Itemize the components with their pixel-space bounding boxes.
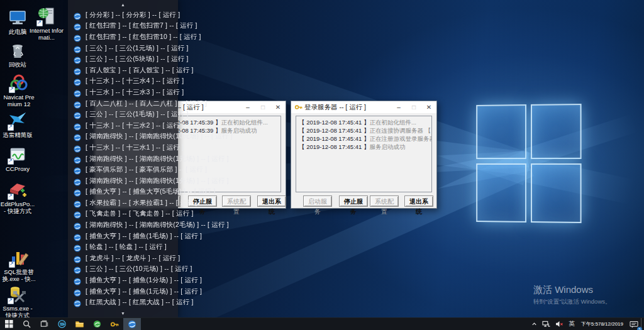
clock[interactable]: 下午5:57 8/12/2019 xyxy=(577,318,627,330)
watermark-title: 激活 Windows xyxy=(533,284,611,296)
start-service-button[interactable]: 启动服务 xyxy=(303,195,332,207)
desktop-icon-navicat[interactable]: Navicat Premium 12 xyxy=(1,73,36,107)
internet-explorer-icon[interactable] xyxy=(53,318,70,330)
jump-list-item[interactable]: [ 十三水 ] -- [ 十三水3 ] -- [ 运行 ] xyxy=(68,87,178,98)
system-config-button[interactable]: 系统配置 xyxy=(222,195,251,207)
game-app-icon xyxy=(74,77,81,85)
scroll-down-icon[interactable]: ▼ xyxy=(68,311,178,316)
jump-list-item[interactable]: [ 豪车俱乐部 ] -- [ 豪车俱乐部 ] -- [ 运行 ] xyxy=(68,164,178,175)
game-app-icon xyxy=(74,166,81,173)
shortcut-arrow-icon xyxy=(36,20,43,26)
clock-date: 8/12/2019 xyxy=(601,321,623,327)
game-app-icon xyxy=(74,277,81,284)
tray-chevron-icon[interactable] xyxy=(529,318,540,330)
coordinator-server-app-icon[interactable] xyxy=(88,318,106,330)
clock-time: 下午5:57 xyxy=(581,321,601,327)
jump-list-item[interactable]: [ 湖南跑得快 ] -- [ 湖南跑得快(1分场) ] -- [ 运行 ] xyxy=(68,175,178,187)
game-app-icon xyxy=(74,255,81,262)
game-app-icon xyxy=(74,122,81,129)
maximize-button[interactable]: □ xyxy=(255,101,270,113)
key-icon xyxy=(294,103,303,111)
window2-title: 登录服务器 -- [ 运行 ] xyxy=(304,103,366,112)
taskbar: 英 下午5:57 8/12/2019 5 xyxy=(0,317,644,330)
recycle-bin-icon xyxy=(8,40,28,60)
sql-batch-replace-icon xyxy=(9,248,29,268)
game-app-icon xyxy=(74,111,81,118)
stop-service-button[interactable]: 停止服务 xyxy=(339,195,368,207)
network-icon[interactable] xyxy=(540,318,553,330)
search-icon[interactable] xyxy=(18,318,35,330)
desktop-icon-ssms[interactable]: Ssms.exe - 快捷方式 xyxy=(0,284,35,319)
jump-list-item[interactable]: [ 百人骰宝 ] -- [ 百人骰宝 ] -- [ 运行 ] xyxy=(68,65,178,76)
log-line: 【 2019-12-08 17:45:41 】正在初始化组件... xyxy=(299,118,429,126)
jump-list-item[interactable]: [ 捕鱼大亨 ] -- [ 捕鱼(1毛场) ] -- [ 运行 ] xyxy=(68,231,178,242)
desktop: 激活 Windows 转到“设置”以激活 Windows。 此电脑 Intern… xyxy=(0,0,644,330)
taskbar-jump-list: ▲ [ 分分彩 ] -- [ 分分彩 ] -- [ 运行 ] [ 红包扫雷 ] … xyxy=(68,0,178,317)
jump-list-item[interactable]: [ 三公 ] -- [ 三公(5块场) ] -- [ 运行 ] xyxy=(68,53,178,65)
log-line: 【 2019-12-08 17:45:41 】正在注册游戏登录服务器... xyxy=(299,135,429,143)
start-button[interactable] xyxy=(0,318,18,330)
shortcut-arrow-icon xyxy=(9,261,15,268)
navicat-icon xyxy=(9,73,29,93)
jump-list-item[interactable]: [ 红包扫雷 ] -- [ 红包扫雷7 ] -- [ 运行 ] xyxy=(68,21,178,32)
game-app-icon xyxy=(74,243,81,251)
jump-list-item[interactable]: [ 飞禽走兽 ] -- [ 飞禽走兽 ] -- [ 运行 ] xyxy=(68,209,178,220)
thunder-icon xyxy=(8,111,28,131)
desktop-icon-editplus[interactable]: EditPlusPo... - 快捷方式 xyxy=(0,180,35,214)
minimize-button[interactable]: – xyxy=(391,101,406,113)
system-config-button[interactable]: 系统配置 xyxy=(370,195,399,207)
jump-list-item[interactable]: [ 十三水 ] -- [ 十三水2 ] -- [ 运行 ] xyxy=(68,120,178,131)
jump-list-item[interactable]: [ 龙虎斗 ] -- [ 龙虎斗 ] -- [ 运行 ] xyxy=(68,253,178,264)
jump-list-item[interactable]: [ 红包扫雷 ] -- [ 红包扫雷10 ] -- [ 运行 ] xyxy=(68,31,178,43)
jump-list-item[interactable]: [ 湖南跑得快 ] -- [ 湖南跑得快(2毛场) ] -- [ 运行 ] xyxy=(68,219,178,231)
jump-list-item[interactable]: [ 湖南跑得快 ] -- [ 湖南跑得快(10元场) ] -- [ 运行 ] xyxy=(68,131,178,143)
jump-list-item[interactable]: [ 分分彩 ] -- [ 分分彩 ] -- [ 运行 ] xyxy=(68,9,178,21)
jump-list-item[interactable]: [ 十三水 ] -- [ 十三水1 ] -- [ 运行 ] xyxy=(68,142,178,153)
close-button[interactable]: ✕ xyxy=(421,101,436,113)
login-server-app-icon[interactable] xyxy=(106,318,123,330)
game-app-icon xyxy=(74,55,81,63)
window2-titlebar[interactable]: 登录服务器 -- [ 运行 ] – □ ✕ xyxy=(291,101,436,113)
game-app-icon xyxy=(74,33,81,41)
file-explorer-icon[interactable] xyxy=(70,318,88,330)
exit-system-button[interactable]: 退出系统 xyxy=(257,195,286,207)
jump-list-item[interactable]: [ 三公 ] -- [ 三公(1元场) ] -- [ 运行 ] xyxy=(68,43,178,54)
volume-muted-icon[interactable] xyxy=(553,318,566,330)
jump-list-item[interactable]: [ 湖南跑得快 ] -- [ 湖南跑得快(1元场) ] -- [ 运行 ] xyxy=(68,153,178,165)
shortcut-arrow-icon xyxy=(8,124,14,131)
game-app-icon xyxy=(74,67,81,74)
jump-list-item[interactable]: [ 三公 ] -- [ 三公(1毛场) ] -- [ 运行 ] xyxy=(68,109,178,120)
desktop-icon-sql-batch-replace[interactable]: SQL批量替换.exe - 快... xyxy=(1,248,36,282)
exit-system-button[interactable]: 退出系统 xyxy=(404,195,433,207)
game-app-icon xyxy=(74,89,81,96)
minimize-button[interactable]: – xyxy=(240,101,255,113)
jump-list-item[interactable]: [ 十三水 ] -- [ 十三水4 ] -- [ 运行 ] xyxy=(68,76,178,87)
jump-list-item[interactable]: [ 捕鱼大亨 ] -- [ 捕鱼(1元场) ] -- [ 运行 ] xyxy=(68,286,178,297)
jump-list-item[interactable]: [ 三公 ] -- [ 三公(10元场) ] -- [ 运行 ] xyxy=(68,264,178,275)
jump-list-item[interactable]: [ 捕鱼大亨 ] -- [ 捕鱼大亨(5毛场) ] -- [ 运行 ] xyxy=(68,187,178,198)
ccproxy-icon xyxy=(8,145,28,165)
desktop-icon-recycle-bin[interactable]: 回收站 xyxy=(0,40,35,69)
close-button[interactable]: ✕ xyxy=(270,101,286,113)
ssms-icon xyxy=(8,284,28,304)
task-view-icon[interactable] xyxy=(35,318,53,330)
desktop-icon-thunder[interactable]: 迅雷精简版 xyxy=(0,111,35,139)
game-app-icon xyxy=(74,177,81,185)
jump-list-item[interactable]: [ 红黑大战 ] -- [ 红黑大战 ] -- [ 运行 ] xyxy=(68,297,178,308)
desktop-icon-ccproxy[interactable]: CCProxy xyxy=(0,145,35,173)
jump-list-item[interactable]: [ 水果拉霸 ] -- [ 水果拉霸1 ] -- [ 运行 ] xyxy=(68,197,178,209)
jump-list-item[interactable]: [ 百人二八杠 ] -- [ 百人二八杠 ] -- [ 运行 ] xyxy=(68,98,178,109)
game-app-icon xyxy=(74,11,81,19)
jump-list-item[interactable]: [ 轮盘 ] -- [ 轮盘 ] -- [ 运行 ] xyxy=(68,241,178,253)
ime-indicator[interactable]: 英 xyxy=(566,318,577,330)
game-launcher-app-icon[interactable] xyxy=(123,318,141,330)
action-center-icon[interactable]: 5 xyxy=(627,318,641,330)
jump-list-item[interactable]: [ 捕鱼大亨 ] -- [ 捕鱼(1分场) ] -- [ 运行 ] xyxy=(68,275,178,286)
maximize-button[interactable]: □ xyxy=(406,101,421,113)
activation-watermark: 激活 Windows 转到“设置”以激活 Windows。 xyxy=(533,284,611,306)
scroll-up-icon[interactable]: ▲ xyxy=(68,3,178,7)
game-app-icon xyxy=(74,100,81,107)
shortcut-arrow-icon xyxy=(8,194,14,200)
game-app-icon xyxy=(74,22,81,30)
desktop-icon-iis[interactable]: Internet Informati... xyxy=(29,6,64,41)
